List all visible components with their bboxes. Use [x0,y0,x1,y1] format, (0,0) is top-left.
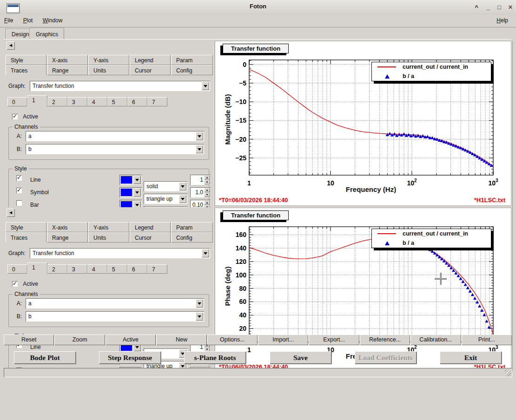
chevron-down-icon[interactable] [196,312,203,321]
tab-y-axis[interactable]: Y-axis [88,222,129,232]
channel-b-select[interactable]: b [26,144,204,154]
calibration-button[interactable]: Calibration... [410,335,461,345]
symbol-size-stepper[interactable]: 1.0▲▼ [190,187,211,197]
chevron-down-icon[interactable] [133,176,141,184]
trace-tab-4[interactable]: 4 [87,97,107,106]
bar-size-stepper[interactable]: 0.10▲▼ [190,200,211,207]
tab-cursor[interactable]: Cursor [130,65,171,75]
symbol-checkbox[interactable] [16,188,22,193]
spin-up-icon[interactable]: ▲ [204,188,210,192]
export-button[interactable]: Export... [309,335,359,345]
chevron-down-icon[interactable] [133,188,141,197]
tab-config[interactable]: Config [171,232,213,243]
graph-select[interactable]: Transfer function [30,81,210,91]
trace-tab-0[interactable]: 0 [7,97,27,106]
tab-legend[interactable]: Legend [130,222,171,232]
titlebar[interactable]: Foton ^ _ □ ✕ [0,0,516,15]
trace-tab-6[interactable]: 6 [127,97,147,106]
trace-tab-5[interactable]: 5 [107,264,127,274]
tab-graphics[interactable]: Graphics [30,28,64,39]
tab-y-axis[interactable]: Y-axis [88,55,129,65]
menu-window[interactable]: Window [39,15,67,26]
channel-a-select[interactable]: a [26,298,204,308]
import-button[interactable]: Import... [258,335,308,345]
trace-tab-1[interactable]: 1 [27,262,47,274]
bar-style-select[interactable]: solid [144,206,187,207]
reset-button[interactable]: Reset [4,335,54,345]
active-checkbox[interactable] [12,114,18,119]
bar-checkbox[interactable] [16,200,22,206]
close-icon[interactable]: ✕ [505,3,516,12]
shade-icon[interactable]: ^ [471,3,482,12]
tab-traces[interactable]: Traces [6,65,46,75]
line-checkbox[interactable] [16,175,22,181]
trace-tab-0[interactable]: 0 [7,264,27,274]
trace-tab-3[interactable]: 3 [67,97,87,106]
chevron-down-icon[interactable] [196,132,203,140]
s-plane-roots-button[interactable]: s-Plane Roots [184,351,246,364]
collapse-panel-button[interactable]: ◀ [7,41,15,50]
trace-tab-2[interactable]: 2 [47,97,67,106]
tab-range[interactable]: Range [47,232,88,243]
minimize-icon[interactable]: _ [483,3,493,12]
chevron-down-icon[interactable] [196,299,203,308]
trace-tab-2[interactable]: 2 [47,264,67,274]
exit-button[interactable]: Exit [440,351,502,364]
menu-plot[interactable]: Plot [19,15,37,26]
save-button[interactable]: Save [270,351,331,364]
tab-param[interactable]: Param [171,222,213,232]
tab-cursor[interactable]: Cursor [130,232,171,243]
trace-tab-1[interactable]: 1 [27,95,47,107]
spin-down-icon[interactable]: ▼ [204,205,210,207]
trace-tab-7[interactable]: 7 [147,264,167,274]
trace-tab-5[interactable]: 5 [107,97,127,106]
active-button[interactable]: Active [106,335,156,345]
trace-tab-7[interactable]: 7 [147,97,167,106]
menu-help[interactable]: Help [492,15,512,26]
legend-entry: b / a [403,73,414,79]
tab-style[interactable]: Style [6,222,46,232]
step-response-button[interactable]: Step Response [99,351,161,364]
magnitude-plot-canvas[interactable]: 1101021030−5−10−15−20−25 Transfer functi… [215,41,511,206]
tab-legend[interactable]: Legend [130,55,171,65]
tab-range[interactable]: Range [47,65,88,75]
tab-traces[interactable]: Traces [6,232,46,243]
print-button[interactable]: Print... [462,335,512,345]
new-button[interactable]: New [156,335,206,345]
chevron-down-icon[interactable] [202,82,209,90]
tab-param[interactable]: Param [171,55,213,65]
zoom-button[interactable]: Zoom [54,335,105,345]
line-color-select[interactable] [119,175,142,185]
spin-up-icon[interactable]: ▲ [204,200,210,205]
spin-down-icon[interactable]: ▼ [204,180,210,184]
phase-plot-canvas[interactable]: 11010210316014012010080604020 Transfer f… [215,208,511,372]
maximize-icon[interactable]: □ [494,3,504,12]
menu-file[interactable]: File [0,15,17,26]
tab-style[interactable]: Style [6,55,46,65]
options-button[interactable]: Options... [207,335,258,345]
bar-color-select[interactable] [119,200,142,207]
channel-b-select[interactable]: b [26,311,204,322]
spin-down-icon[interactable]: ▼ [204,192,210,197]
reference-button[interactable]: Reference... [360,335,410,345]
line-width-stepper[interactable]: 1▲▼ [190,175,211,185]
trace-tab-3[interactable]: 3 [67,264,87,274]
chevron-down-icon[interactable] [196,145,203,153]
tab-x-axis[interactable]: X-axis [47,222,88,232]
chevron-down-icon[interactable] [202,249,209,257]
tab-units[interactable]: Units [88,232,129,243]
chevron-down-icon[interactable] [133,201,141,207]
trace-tab-4[interactable]: 4 [87,264,107,274]
collapse-panel-button[interactable]: ◀ [7,209,15,217]
tab-units[interactable]: Units [88,65,129,75]
trace-tab-6[interactable]: 6 [127,264,147,274]
channel-a-select[interactable]: a [26,131,204,141]
graph-select[interactable]: Transfer function [30,248,210,258]
tab-config[interactable]: Config [171,65,213,75]
spin-up-icon[interactable]: ▲ [204,175,210,180]
bode-plot-button[interactable]: Bode Plot [14,351,76,364]
resize-grip[interactable] [505,370,511,376]
symbol-color-select[interactable] [119,187,142,197]
tab-x-axis[interactable]: X-axis [47,55,88,65]
active-checkbox[interactable] [12,281,18,287]
